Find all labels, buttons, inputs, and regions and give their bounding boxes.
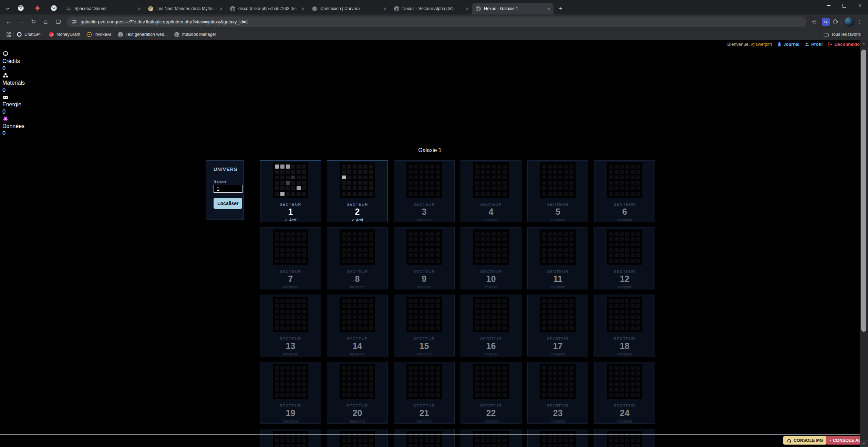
minimap-cell — [497, 382, 501, 386]
maximize-button[interactable] — [836, 0, 852, 11]
localiser-button[interactable]: Localiser — [214, 198, 242, 209]
minimap-cell — [609, 382, 613, 386]
tab-5[interactable]: Nexus - Secteur Alpha [G1]× — [390, 3, 472, 14]
profil-link[interactable]: Profil — [805, 42, 823, 47]
bookmark-item-3[interactable]: InvokeAI — [83, 30, 114, 39]
sector-number: 18 — [620, 341, 630, 351]
minimap-cell — [553, 433, 557, 437]
sector-card-6[interactable]: SECTEUR6Inexploré — [594, 160, 655, 222]
tab-close-button[interactable]: × — [384, 6, 386, 11]
scrollbar-thumb[interactable] — [861, 50, 866, 332]
minimap-cell — [436, 243, 440, 247]
sector-card-14[interactable]: SECTEUR14Inexploré — [327, 295, 388, 356]
sector-card-4[interactable]: SECTEUR4Inexploré — [461, 160, 521, 222]
tab-close-button[interactable]: × — [220, 6, 223, 11]
bookmark-item-4[interactable]: Text generation web... — [114, 30, 171, 39]
tab-3[interactable]: discord-like-php-chat-7262.dev...× — [226, 3, 308, 14]
minimap-cell — [503, 243, 507, 247]
sector-grid: SECTEUR1✓ActifSECTEUR2✓ActifSECTEUR3Inex… — [260, 160, 655, 447]
minimap-cell — [553, 299, 557, 303]
sector-card-partial[interactable] — [327, 429, 388, 447]
bookmark-star-button[interactable]: ☆ — [809, 19, 819, 25]
sector-card-18[interactable]: SECTEUR18Inexploré — [594, 295, 655, 356]
sector-card-9[interactable]: SECTEUR9Inexploré — [394, 227, 455, 289]
minimap-cell — [420, 259, 424, 263]
tab-4[interactable]: Connexion | Corvara× — [308, 3, 390, 14]
reload-button[interactable]: ↻ — [28, 16, 39, 28]
forward-button[interactable]: → — [15, 16, 27, 28]
tab-search-button[interactable] — [3, 3, 12, 14]
minimap-cell — [291, 170, 295, 174]
home-button[interactable]: ⌂ — [40, 16, 52, 28]
browser-menu-button[interactable]: ⋮ — [856, 19, 863, 25]
sector-card-20[interactable]: SECTEUR20Inexploré — [327, 362, 388, 424]
galaxie-input[interactable] — [214, 185, 242, 193]
tab-close-button[interactable]: × — [547, 6, 550, 11]
sector-card-5[interactable]: SECTEUR5Inexploré — [527, 160, 588, 222]
minimap-cell — [542, 170, 546, 174]
sector-card-13[interactable]: SECTEUR13Inexploré — [260, 295, 321, 356]
side-panel-button[interactable] — [52, 16, 64, 28]
tab-2[interactable]: Les Neuf Mondes de la Mytholo...× — [144, 3, 226, 14]
tab-close-button[interactable]: × — [466, 6, 468, 11]
url-bar[interactable]: galactic-pve-conquest-c7fe.dev.flatlogic… — [67, 17, 807, 27]
sector-card-22[interactable]: SECTEUR22Inexploré — [461, 362, 521, 424]
minimap-cell — [620, 237, 624, 241]
sector-card-11[interactable]: SECTEUR11Inexploré — [527, 227, 588, 289]
minimize-button[interactable] — [820, 0, 836, 11]
pinned-tab-2[interactable] — [29, 3, 45, 14]
sector-card-19[interactable]: SECTEUR19Inexploré — [260, 362, 321, 424]
bookmark-item-1[interactable]: ChatGPT — [13, 30, 45, 39]
minimap-cell — [569, 237, 574, 241]
profile-avatar[interactable] — [844, 17, 854, 26]
extensions-button[interactable] — [833, 18, 838, 25]
journal-link[interactable]: Journal — [777, 42, 799, 47]
sector-card-17[interactable]: SECTEUR17Inexploré — [527, 295, 588, 356]
tab-6[interactable]: Nexus - Galaxie 1× — [472, 3, 554, 14]
minimap-cell — [486, 382, 490, 386]
sector-card-7[interactable]: SECTEUR7Inexploré — [260, 227, 321, 289]
tab-1[interactable]: Spacebar Server× — [62, 3, 144, 14]
pinned-tab-1[interactable] — [12, 3, 29, 14]
pinned-tab-3[interactable]: W — [45, 3, 62, 14]
sector-card-24[interactable]: SECTEUR24Inexploré — [594, 362, 655, 424]
bookmark-item-5[interactable]: mdBook Manager — [171, 30, 219, 39]
sector-card-2[interactable]: SECTEUR2✓Actif — [327, 160, 388, 222]
back-button[interactable]: ← — [3, 16, 14, 28]
pinned-extension-button[interactable] — [822, 18, 830, 26]
minimap-cell — [425, 393, 429, 397]
deconnexion-link[interactable]: Déconnexion — [828, 42, 862, 47]
sector-card-3[interactable]: SECTEUR3Inexploré — [394, 160, 455, 222]
sector-card-15[interactable]: SECTEUR15Inexploré — [394, 295, 455, 356]
sector-card-partial[interactable] — [394, 429, 455, 447]
close-button[interactable]: × — [852, 0, 868, 11]
bookmark-label: mdBook Manager — [182, 32, 216, 37]
sector-card-16[interactable]: SECTEUR16Inexploré — [461, 295, 521, 356]
minimap-cell — [425, 243, 429, 247]
bookmark-item-2[interactable]: MoneyGram — [45, 30, 83, 39]
sector-card-12[interactable]: SECTEUR12Inexploré — [594, 227, 655, 289]
sector-card-10[interactable]: SECTEUR10Inexploré — [461, 227, 521, 289]
sector-card-8[interactable]: SECTEUR8Inexploré — [327, 227, 388, 289]
scrollbar-down-arrow[interactable]: ▼ — [860, 440, 868, 447]
console-mg-button[interactable]: CONSOLE MG — [783, 436, 826, 445]
sector-card-partial[interactable] — [461, 429, 521, 447]
all-favorites-button[interactable]: Tous les favoris — [820, 30, 864, 39]
tab-close-button[interactable]: × — [138, 6, 141, 11]
sector-card-partial[interactable] — [260, 429, 321, 447]
minimap-cell — [569, 181, 574, 185]
sector-card-1[interactable]: SECTEUR1✓Actif — [260, 160, 321, 222]
minimap-cell — [414, 253, 418, 257]
apps-button[interactable] — [4, 32, 13, 37]
new-tab-button[interactable]: + — [556, 3, 566, 14]
page-scrollbar[interactable]: ▲ ▼ — [860, 40, 868, 447]
minimap-cell — [497, 366, 501, 370]
scrollbar-up-arrow[interactable]: ▲ — [860, 40, 868, 47]
minimap-cell — [414, 433, 418, 437]
minimap-cell — [564, 243, 568, 247]
tab-close-button[interactable]: × — [302, 6, 304, 11]
sector-card-21[interactable]: SECTEUR21Inexploré — [394, 362, 455, 424]
sector-card-partial[interactable] — [594, 429, 655, 447]
sector-card-23[interactable]: SECTEUR23Inexploré — [527, 362, 588, 424]
sector-card-partial[interactable] — [527, 429, 588, 447]
